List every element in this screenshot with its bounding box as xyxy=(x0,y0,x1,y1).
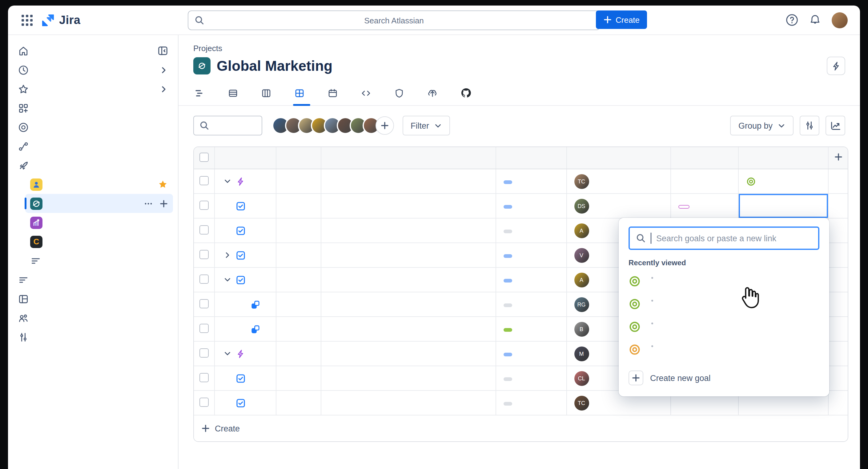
goal-option[interactable] xyxy=(628,292,819,315)
issue-summary[interactable] xyxy=(321,292,496,317)
sidebar-item-your-work[interactable] xyxy=(13,41,173,60)
sidebar-project-global-marketing[interactable] xyxy=(25,194,173,213)
issue-summary[interactable] xyxy=(321,341,496,366)
issue-summary[interactable] xyxy=(321,243,496,268)
tab-security[interactable] xyxy=(393,84,410,105)
insights-button[interactable] xyxy=(826,116,845,135)
sidebar-item-customize-sidebar[interactable] xyxy=(13,327,173,346)
sidebar-item-recent[interactable] xyxy=(13,60,173,80)
issue-key[interactable] xyxy=(276,218,321,243)
expander-right-icon[interactable] xyxy=(222,251,233,259)
column-header-status[interactable] xyxy=(496,147,566,169)
notifications-icon[interactable] xyxy=(809,13,821,27)
goal-cell[interactable] xyxy=(738,169,828,194)
issue-summary[interactable] xyxy=(321,169,496,194)
row-checkbox[interactable] xyxy=(199,250,209,259)
tab-deployments[interactable] xyxy=(426,84,443,105)
automation-button[interactable] xyxy=(827,57,845,75)
issue-key[interactable] xyxy=(276,194,321,218)
sidebar-item-plans[interactable] xyxy=(13,137,173,156)
row-checkbox[interactable] xyxy=(199,323,209,333)
sidebar-project-online-development[interactable] xyxy=(25,175,173,194)
issue-key[interactable] xyxy=(276,390,321,415)
issue-summary[interactable] xyxy=(321,268,496,292)
status-badge[interactable] xyxy=(503,304,512,307)
issue-summary[interactable] xyxy=(321,218,496,243)
issue-key[interactable] xyxy=(276,268,321,292)
goal-option[interactable] xyxy=(628,315,819,338)
row-checkbox[interactable] xyxy=(199,274,209,283)
table-create-button[interactable]: Create xyxy=(194,415,848,441)
view-settings-button[interactable] xyxy=(800,116,819,135)
issue-key[interactable] xyxy=(276,341,321,366)
goal-option[interactable] xyxy=(628,338,819,361)
status-badge[interactable] xyxy=(503,229,512,233)
sidebar-project-partner-enablement[interactable] xyxy=(25,213,173,232)
issue-summary[interactable] xyxy=(321,317,496,341)
more-actions-icon[interactable] xyxy=(144,198,153,208)
status-badge[interactable] xyxy=(503,279,512,282)
jira-logo[interactable]: Jira xyxy=(41,13,80,27)
sidebar-item-apps[interactable] xyxy=(13,98,173,118)
tab-code[interactable] xyxy=(360,84,377,105)
row-checkbox[interactable] xyxy=(199,176,209,185)
sidebar-item-view-all-projects[interactable] xyxy=(25,251,173,270)
row-checkbox[interactable] xyxy=(199,225,209,234)
user-avatar[interactable] xyxy=(832,12,848,28)
column-header-key[interactable] xyxy=(276,147,321,169)
goal-cell-selected[interactable] xyxy=(738,194,828,218)
status-badge[interactable] xyxy=(503,328,512,332)
status-badge[interactable] xyxy=(503,180,512,184)
add-column-button[interactable] xyxy=(828,147,848,169)
row-checkbox[interactable] xyxy=(199,200,209,210)
status-badge[interactable] xyxy=(503,402,512,406)
expander-down-icon[interactable] xyxy=(222,177,233,185)
sidebar-item-filters[interactable] xyxy=(13,270,173,289)
tab-board[interactable] xyxy=(260,84,277,105)
expander-down-icon[interactable] xyxy=(222,276,233,284)
list-search-input[interactable] xyxy=(193,116,262,135)
issue-key[interactable] xyxy=(276,243,321,268)
add-icon[interactable] xyxy=(159,199,168,208)
issue-summary[interactable] xyxy=(321,390,496,415)
issue-key[interactable] xyxy=(276,292,321,317)
sidebar-item-goals[interactable] xyxy=(13,118,173,137)
help-icon[interactable] xyxy=(785,13,799,27)
filter-button[interactable]: Filter xyxy=(403,116,450,135)
status-badge[interactable] xyxy=(503,205,512,209)
expander-down-icon[interactable] xyxy=(222,350,233,357)
status-badge[interactable] xyxy=(503,254,512,258)
status-badge[interactable] xyxy=(503,353,512,356)
row-checkbox[interactable] xyxy=(199,348,209,357)
row-checkbox[interactable] xyxy=(199,299,209,308)
column-header-category[interactable] xyxy=(671,147,738,169)
sidebar-item-starred[interactable] xyxy=(13,80,173,98)
breadcrumb[interactable]: Projects xyxy=(193,44,845,53)
column-header-summary[interactable] xyxy=(321,147,496,169)
row-checkbox[interactable] xyxy=(199,373,209,382)
create-new-goal-button[interactable]: Create new goal xyxy=(628,367,819,389)
category-tag[interactable] xyxy=(678,205,689,209)
row-checkbox[interactable] xyxy=(199,397,209,407)
global-search-input[interactable]: Search Atlassian xyxy=(188,10,600,30)
status-badge[interactable] xyxy=(503,377,512,381)
column-header-type[interactable] xyxy=(214,147,276,169)
select-all-checkbox[interactable] xyxy=(199,152,209,162)
tab-timeline[interactable] xyxy=(193,84,211,105)
create-button[interactable]: Create xyxy=(596,10,647,29)
issue-summary[interactable] xyxy=(321,366,496,390)
group-by-button[interactable]: Group by xyxy=(731,116,794,135)
issue-key[interactable] xyxy=(276,366,321,390)
issue-key[interactable] xyxy=(276,169,321,194)
column-header-assignee[interactable] xyxy=(566,147,671,169)
sidebar-item-dashboards[interactable] xyxy=(13,289,173,308)
tab-list[interactable] xyxy=(293,84,310,105)
issue-summary[interactable] xyxy=(321,194,496,218)
sidebar-item-teams[interactable] xyxy=(13,308,173,327)
sidebar-item-projects[interactable] xyxy=(13,156,173,175)
tab-backlog[interactable] xyxy=(226,84,244,105)
goal-option[interactable] xyxy=(628,270,819,292)
sidebar-project-community-engagement[interactable]: C xyxy=(25,232,173,251)
app-switcher-icon[interactable] xyxy=(22,14,33,26)
table-row[interactable]: DS xyxy=(194,194,848,218)
